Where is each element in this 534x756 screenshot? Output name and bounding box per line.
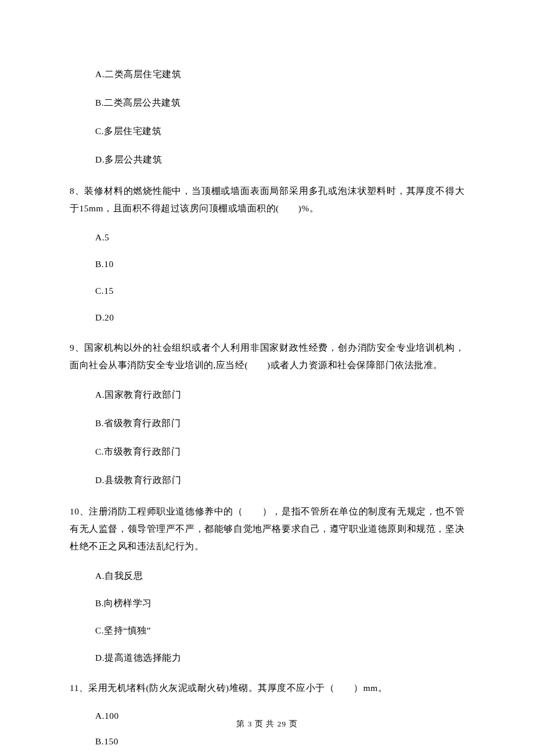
question-9-options: A.国家教育行政部门 B.省级教育行政部门 C.市级教育行政部门 D.县级教育行… xyxy=(70,389,464,487)
q11-option-b: B.150 xyxy=(95,736,464,747)
q8-option-b: B.10 xyxy=(95,259,464,269)
q7-option-d: D.多层公共建筑 xyxy=(95,154,464,166)
q10-option-a: A.自我反思 xyxy=(95,570,464,582)
question-8-text: 8、装修材料的燃烧性能中，当顶棚或墙面表面局部采用多孔或泡沫状塑料时，其厚度不得… xyxy=(70,182,464,217)
question-11-text: 11、采用无机堵料(防火灰泥或耐火砖)堆砌。其厚度不应小于（ ）mm。 xyxy=(70,679,464,697)
question-10-options: A.自我反思 B.向榜样学习 C.坚持“慎独” D.提高道德选择能力 xyxy=(70,570,464,664)
q10-option-b: B.向榜样学习 xyxy=(95,597,464,610)
question-9-text: 9、国家机构以外的社会组织或者个人利用非国家财政性经费，创办消防安全专业培训机构… xyxy=(70,339,464,374)
q9-option-a: A.国家教育行政部门 xyxy=(95,389,464,401)
question-8-options: A.5 B.10 C.15 D.20 xyxy=(70,232,464,323)
q7-option-b: B.二类高层公共建筑 xyxy=(95,97,464,109)
q10-option-d: D.提高道德选择能力 xyxy=(95,652,464,664)
q10-option-c: C.坚持“慎独” xyxy=(95,625,464,637)
q8-option-d: D.20 xyxy=(95,312,464,323)
q9-option-b: B.省级教育行政部门 xyxy=(95,417,464,430)
q9-option-d: D.县级教育行政部门 xyxy=(95,474,464,487)
q7-option-a: A.二类高层住宅建筑 xyxy=(95,69,464,81)
q8-option-c: C.15 xyxy=(95,286,464,296)
q7-option-c: C.多层住宅建筑 xyxy=(95,125,464,138)
question-10-text: 10、注册消防工程师职业道德修养中的（ ），是指不管所在单位的制度有无规定，也不… xyxy=(70,503,464,555)
q8-option-a: A.5 xyxy=(95,232,464,243)
page: A.二类高层住宅建筑 B.二类高层公共建筑 C.多层住宅建筑 D.多层公共建筑 … xyxy=(0,0,534,756)
q9-option-c: C.市级教育行政部门 xyxy=(95,446,464,458)
page-footer: 第 3 页 共 29 页 xyxy=(0,719,534,729)
question-7-options: A.二类高层住宅建筑 B.二类高层公共建筑 C.多层住宅建筑 D.多层公共建筑 xyxy=(70,69,464,166)
